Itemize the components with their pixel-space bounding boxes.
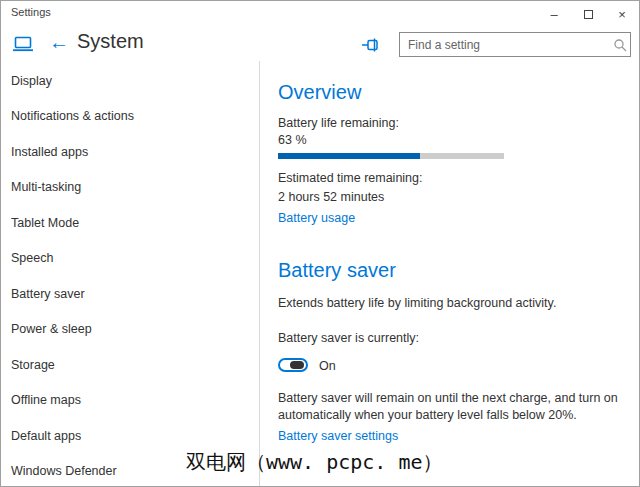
main-content: Overview Battery life remaining: 63 % Es…: [260, 61, 639, 486]
battery-life-label: Battery life remaining:: [278, 116, 399, 130]
app-title: Settings: [11, 6, 51, 18]
search-input[interactable]: [400, 38, 610, 52]
sidebar-item-display[interactable]: Display: [1, 63, 259, 99]
time-remaining-value: 2 hours 52 minutes: [278, 190, 384, 204]
window-controls: – ×: [537, 1, 639, 27]
toggle-state-label: On: [319, 359, 336, 373]
search-icon[interactable]: [610, 38, 630, 52]
battery-life-value: 63 %: [278, 133, 307, 147]
title-bar: Settings – ×: [1, 1, 639, 27]
system-laptop-icon: [12, 34, 34, 58]
sidebar-item-tablet-mode[interactable]: Tablet Mode: [1, 205, 259, 241]
sidebar: Display Notifications & actions Installe…: [1, 63, 259, 487]
sidebar-item-storage[interactable]: Storage: [1, 347, 259, 383]
sidebar-item-battery-saver[interactable]: Battery saver: [1, 276, 259, 312]
time-remaining-label: Estimated time remaining:: [278, 171, 423, 185]
battery-saver-toggle[interactable]: [278, 358, 308, 372]
settings-window: Settings – × ← System: [0, 0, 640, 487]
close-button[interactable]: ×: [605, 1, 639, 27]
battery-saver-note: Battery saver will remain on until the n…: [278, 390, 630, 424]
sidebar-item-speech[interactable]: Speech: [1, 241, 259, 277]
watermark-text: 双电网（www. pcpc. me）: [186, 449, 443, 476]
maximize-button[interactable]: [571, 1, 605, 27]
sidebar-item-power-sleep[interactable]: Power & sleep: [1, 312, 259, 348]
battery-usage-link[interactable]: Battery usage: [278, 211, 355, 225]
sidebar-item-multi-tasking[interactable]: Multi-tasking: [1, 170, 259, 206]
search-box[interactable]: [399, 32, 631, 57]
battery-saver-settings-link[interactable]: Battery saver settings: [278, 429, 398, 443]
overview-heading: Overview: [278, 81, 361, 104]
battery-saver-heading: Battery saver: [278, 259, 396, 282]
close-icon: ×: [618, 7, 626, 22]
back-arrow-icon[interactable]: ←: [49, 30, 69, 54]
minimize-icon: –: [550, 7, 557, 22]
battery-progress-fill: [278, 153, 420, 159]
battery-saver-description: Extends battery life by limiting backgro…: [278, 296, 556, 310]
page-header: ← System: [1, 27, 639, 63]
sidebar-item-offline-maps[interactable]: Offline maps: [1, 383, 259, 419]
maximize-icon: [584, 10, 593, 19]
pin-icon[interactable]: [361, 37, 381, 57]
battery-progress-bar: [278, 153, 504, 159]
battery-saver-status-label: Battery saver is currently:: [278, 331, 419, 345]
minimize-button[interactable]: –: [537, 1, 571, 27]
sidebar-item-installed-apps[interactable]: Installed apps: [1, 134, 259, 170]
toggle-knob-icon: [290, 361, 304, 369]
sidebar-item-notifications-actions[interactable]: Notifications & actions: [1, 99, 259, 135]
page-title: System: [77, 30, 144, 53]
